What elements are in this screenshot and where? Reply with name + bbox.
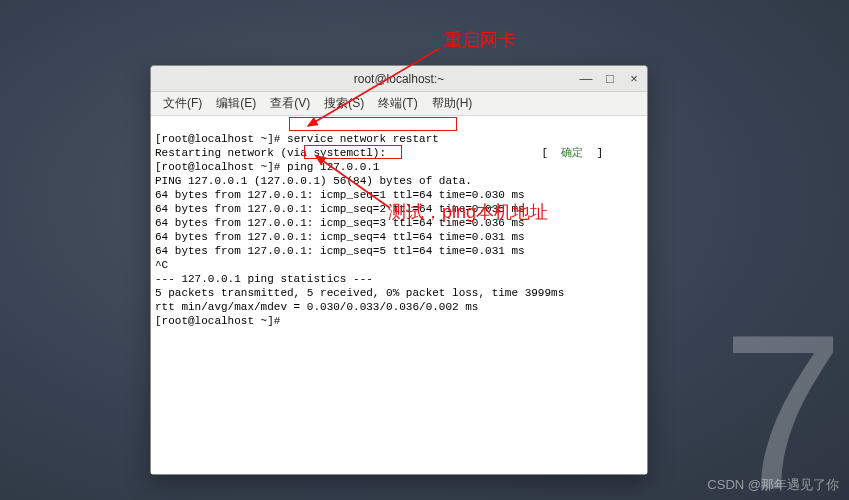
output-line: 64 bytes from 127.0.0.1: icmp_seq=4 ttl=… (155, 231, 525, 243)
menu-help[interactable]: 帮助(H) (426, 93, 479, 114)
output-line: ^C (155, 259, 168, 271)
output-line: 64 bytes from 127.0.0.1: icmp_seq=5 ttl=… (155, 245, 525, 257)
cmd-ping: ping 127.0.0.1 (287, 161, 379, 173)
terminal-body[interactable]: [root@localhost ~]# service network rest… (151, 116, 647, 474)
desktop-version-glyph: 7 (722, 287, 844, 500)
menubar: 文件(F) 编辑(E) 查看(V) 搜索(S) 终端(T) 帮助(H) (151, 92, 647, 116)
maximize-button[interactable]: □ (603, 71, 617, 86)
annotation-box-service (289, 117, 457, 131)
menu-view[interactable]: 查看(V) (264, 93, 316, 114)
output-line: 64 bytes from 127.0.0.1: icmp_seq=2 ttl=… (155, 203, 525, 215)
menu-file[interactable]: 文件(F) (157, 93, 208, 114)
window-titlebar[interactable]: root@localhost:~ — □ × (151, 66, 647, 92)
menu-terminal[interactable]: 终端(T) (372, 93, 423, 114)
terminal-window: root@localhost:~ — □ × 文件(F) 编辑(E) 查看(V)… (150, 65, 648, 475)
minimize-button[interactable]: — (579, 71, 593, 86)
output-line: 5 packets transmitted, 5 received, 0% pa… (155, 287, 564, 299)
prompt: [root@localhost ~]# (155, 161, 287, 173)
output-line: 64 bytes from 127.0.0.1: icmp_seq=1 ttl=… (155, 189, 525, 201)
output-line: PING 127.0.0.1 (127.0.0.1) 56(84) bytes … (155, 175, 472, 187)
window-title: root@localhost:~ (354, 72, 445, 86)
cmd-service-restart: service network restart (287, 133, 439, 145)
close-button[interactable]: × (627, 71, 641, 86)
prompt: [root@localhost ~]# (155, 315, 287, 327)
menu-search[interactable]: 搜索(S) (318, 93, 370, 114)
output-line: 64 bytes from 127.0.0.1: icmp_seq=3 ttl=… (155, 217, 525, 229)
prompt: [root@localhost ~]# (155, 133, 287, 145)
output-line: Restarting network (via systemctl): (155, 147, 386, 159)
output-line: rtt min/avg/max/mdev = 0.030/0.033/0.036… (155, 301, 478, 313)
menu-edit[interactable]: 编辑(E) (210, 93, 262, 114)
csdn-watermark: CSDN @那年遇见了你 (707, 476, 839, 494)
window-controls: — □ × (579, 66, 641, 91)
output-line: --- 127.0.0.1 ping statistics --- (155, 273, 373, 285)
status-ok: 确定 (561, 147, 583, 159)
